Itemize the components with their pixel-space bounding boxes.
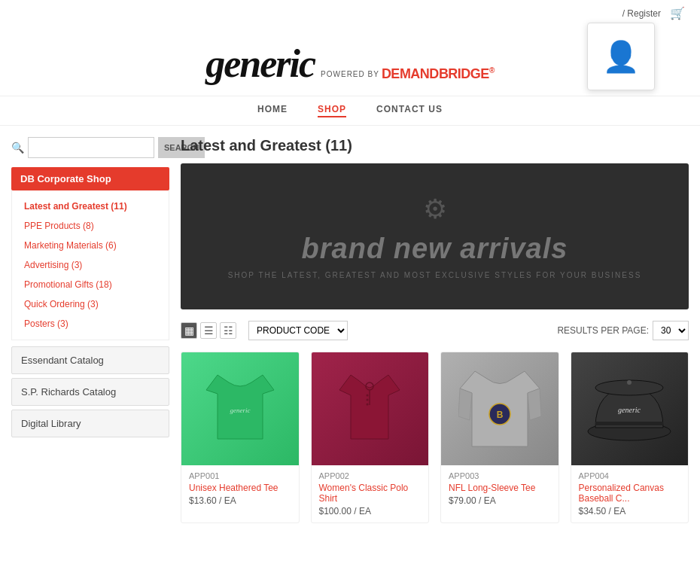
product-name-2: NFL Long-Sleeve Tee: [449, 483, 551, 493]
sidebar: 🔍 SEARCH DB Corporate Shop Latest and Gr…: [11, 137, 169, 566]
cart-icon[interactable]: 🛒: [670, 6, 685, 20]
sidebar-essendant-catalog[interactable]: Essendant Catalog: [11, 346, 169, 374]
nav-shop[interactable]: SHOP: [318, 104, 346, 117]
brand-name: demandbridge®: [382, 66, 495, 82]
sidebar-item-advertising[interactable]: Advertising (3): [12, 255, 169, 275]
sidebar-item-quick-ordering[interactable]: Quick Ordering (3): [12, 294, 169, 314]
svg-text:generic: generic: [230, 407, 250, 414]
product-price-2: $79.00 / EA: [449, 495, 551, 506]
product-image-1: [312, 352, 429, 465]
product-code-1: APP002: [319, 471, 422, 480]
product-info-0: APP001 Unisex Heathered Tee $13.60 / EA: [181, 465, 299, 512]
product-name-3: Personalized Canvas Baseball C...: [579, 483, 681, 504]
product-code-0: APP001: [189, 471, 291, 480]
sidebar-item-posters[interactable]: Posters (3): [12, 314, 169, 334]
svg-point-4: [367, 399, 369, 401]
product-code-2: APP003: [449, 471, 551, 480]
grid-view-button[interactable]: ▦: [181, 322, 197, 339]
svg-point-5: [367, 404, 369, 406]
product-card-0[interactable]: generic APP001 Unisex Heathered Tee $13.…: [181, 352, 300, 523]
product-info-2: APP003 NFL Long-Sleeve Tee $79.00 / EA: [441, 465, 558, 512]
search-bar: 🔍 SEARCH: [11, 137, 169, 158]
login-register-link[interactable]: / Register: [622, 8, 661, 19]
product-image-2: B: [441, 352, 558, 465]
results-per-page: RESULTS PER PAGE: 30: [557, 321, 689, 340]
sidebar-section-body: Latest and Greatest (11) PPE Products (8…: [11, 190, 169, 340]
section-title: Latest and Greatest (11): [181, 137, 689, 154]
toolbar: ▦ ☰ ☷ PRODUCT CODE RESULTS PER PAGE: 30: [181, 321, 689, 340]
compact-list-view-button[interactable]: ☷: [220, 322, 236, 339]
product-price-0: $13.60 / EA: [189, 495, 291, 506]
product-info-1: APP002 Women's Classic Polo Shirt $100.0…: [312, 465, 429, 522]
sort-select-wrap: PRODUCT CODE: [248, 321, 348, 340]
sidebar-sp-richards-catalog[interactable]: S.P. Richards Catalog: [11, 378, 169, 406]
nav-home[interactable]: HOME: [257, 104, 288, 117]
svg-text:generic: generic: [618, 406, 641, 414]
product-info-3: APP004 Personalized Canvas Baseball C...…: [571, 465, 689, 522]
sidebar-item-ppe[interactable]: PPE Products (8): [12, 216, 169, 236]
avatar-popup: 👤: [587, 23, 655, 90]
sidebar-digital-library[interactable]: Digital Library: [11, 410, 169, 437]
svg-point-10: [627, 380, 632, 385]
product-name-0: Unisex Heathered Tee: [189, 483, 291, 493]
main-nav: HOME SHOP CONTACT US: [0, 96, 700, 126]
product-price-1: $100.00 / EA: [319, 506, 422, 516]
product-card-1[interactable]: APP002 Women's Classic Polo Shirt $100.0…: [311, 352, 430, 523]
banner: ⚙ brand new arrivals SHOP THE LATEST, GR…: [181, 163, 689, 309]
sidebar-item-latest[interactable]: Latest and Greatest (11): [12, 197, 169, 216]
sort-select[interactable]: PRODUCT CODE: [248, 321, 348, 340]
product-price-3: $34.50 / EA: [579, 506, 681, 516]
sidebar-item-promotional[interactable]: Promotional Gifts (18): [12, 275, 169, 294]
product-card-3[interactable]: generic APP004 Personalized Canvas Baseb…: [571, 352, 689, 523]
product-image-0: generic: [181, 352, 299, 465]
products-grid: generic APP001 Unisex Heathered Tee $13.…: [181, 352, 689, 523]
view-icons: ▦ ☰ ☷: [181, 322, 236, 339]
user-avatar-icon: 👤: [602, 39, 640, 75]
results-per-page-select[interactable]: 30: [653, 321, 689, 340]
product-code-3: APP004: [579, 471, 681, 480]
powered-by-label: POWERED BY demandbridge®: [321, 66, 495, 82]
svg-rect-11: [595, 422, 663, 425]
list-view-button[interactable]: ☰: [200, 322, 217, 339]
banner-title: brand new arrivals: [196, 233, 674, 265]
search-input[interactable]: [28, 137, 154, 158]
sidebar-section-header[interactable]: DB Corporate Shop: [11, 167, 169, 190]
product-image-3: generic: [571, 352, 689, 465]
svg-text:B: B: [496, 410, 503, 420]
product-card-2[interactable]: B APP003 NFL Long-Sleeve Tee $79.00 / EA: [440, 352, 559, 523]
search-icon: 🔍: [11, 142, 24, 154]
logo-text: generic: [205, 41, 315, 86]
top-bar-right: / Register 🛒: [622, 6, 685, 20]
main-layout: 🔍 SEARCH DB Corporate Shop Latest and Gr…: [0, 126, 700, 577]
product-name-1: Women's Classic Polo Shirt: [319, 483, 422, 504]
results-per-page-label: RESULTS PER PAGE:: [557, 325, 649, 336]
svg-point-3: [367, 395, 369, 397]
logo-area: generic POWERED BY demandbridge®: [205, 41, 495, 88]
sidebar-item-marketing[interactable]: Marketing Materials (6): [12, 236, 169, 255]
gear-icon: ⚙: [196, 193, 674, 225]
nav-contact[interactable]: CONTACT US: [376, 104, 443, 117]
banner-subtitle: SHOP THE LATEST, GREATEST AND MOST EXCLU…: [196, 271, 674, 279]
content-area: Latest and Greatest (11) ⚙ brand new arr…: [181, 137, 689, 566]
